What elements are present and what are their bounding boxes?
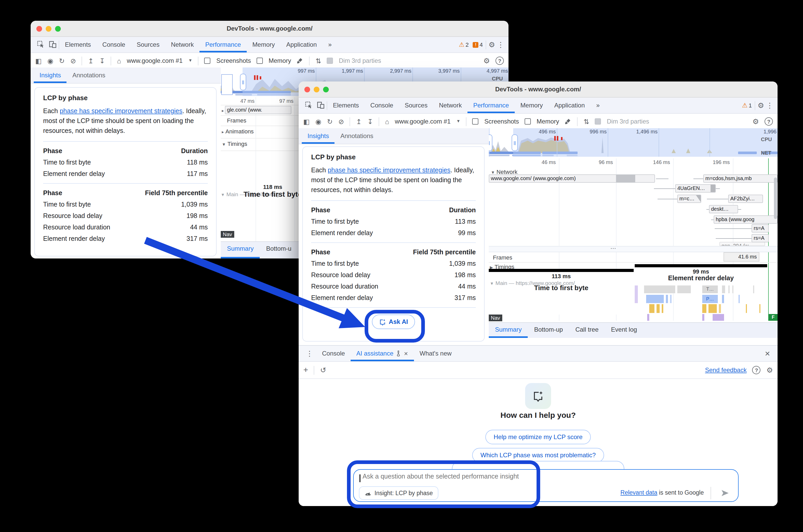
tab-memory[interactable]: Memory xyxy=(515,98,549,113)
download-profile-icon[interactable]: ↧ xyxy=(367,118,373,125)
network-request[interactable]: gle.com/ (www. xyxy=(225,106,291,114)
send-feedback-link[interactable]: Send feedback xyxy=(705,366,747,374)
network-request[interactable]: gen_204 (w xyxy=(719,242,765,246)
network-request[interactable]: 4UaGrEN… xyxy=(675,184,716,193)
memory-checkbox[interactable] xyxy=(257,58,263,64)
clear-icon[interactable]: ⊘ xyxy=(339,118,344,125)
settings-gear-icon[interactable]: ⚙ xyxy=(758,102,764,109)
home-icon[interactable]: ⌂ xyxy=(117,57,121,64)
tab-application[interactable]: Application xyxy=(280,37,322,52)
home-icon[interactable]: ⌂ xyxy=(385,118,389,125)
lcp-by-phase-card[interactable]: LCP by phase Each phase has specific imp… xyxy=(34,87,217,256)
window-titlebar[interactable]: DevTools - www.google.com/ xyxy=(31,21,509,37)
network-request[interactable]: m=c… xyxy=(677,195,701,203)
track-expander-row[interactable]: ⋯ xyxy=(489,246,778,252)
inspect-icon[interactable] xyxy=(305,101,313,110)
record-icon[interactable]: ◉ xyxy=(315,118,322,125)
tab-network[interactable]: Network xyxy=(433,98,468,113)
tab-elements[interactable]: Elements xyxy=(327,98,365,113)
dim-3rd-parties-checkbox[interactable] xyxy=(595,118,601,125)
network-request[interactable]: AF2bZyi… xyxy=(728,195,763,203)
reload-record-icon[interactable]: ↻ xyxy=(59,57,65,64)
suggestion-chip[interactable]: Help me optimize my LCP score xyxy=(486,430,591,444)
screenshots-checkbox[interactable] xyxy=(472,118,479,125)
tab-sources[interactable]: Sources xyxy=(399,98,433,113)
tab-elements[interactable]: Elements xyxy=(59,37,97,52)
settings-gear-icon[interactable]: ⚙ xyxy=(483,57,490,64)
settings-gear-icon[interactable]: ⚙ xyxy=(489,41,495,48)
tab-summary[interactable]: Summary xyxy=(221,242,260,259)
close-window-icon[interactable] xyxy=(36,26,42,32)
close-window-icon[interactable] xyxy=(304,87,310,92)
flamechart-settings-icon[interactable]: ⇅ xyxy=(584,118,589,125)
maximize-window-icon[interactable] xyxy=(55,26,61,32)
tab-bottom-up[interactable]: Bottom-u xyxy=(260,242,298,259)
tab-whats-new[interactable]: What's new xyxy=(414,346,457,361)
new-chat-icon[interactable]: + xyxy=(303,366,308,374)
close-drawer-icon[interactable]: ✕ xyxy=(765,350,770,357)
improvement-strategies-link[interactable]: phase has specific improvement strategie… xyxy=(328,167,450,174)
track-timings[interactable]: ▼Timings xyxy=(222,141,247,147)
tab-event-log[interactable]: Event log xyxy=(605,323,643,338)
reload-record-icon[interactable]: ↻ xyxy=(327,118,333,125)
chevron-down-icon[interactable]: ▼ xyxy=(188,59,193,63)
flame-chart[interactable]: T… P… xyxy=(635,285,767,321)
send-icon[interactable] xyxy=(720,489,730,500)
network-request[interactable]: www.google.com/ (www.google.com) xyxy=(489,174,655,183)
more-tabs-icon[interactable]: » xyxy=(590,98,605,113)
network-request[interactable]: rs=A xyxy=(752,234,769,242)
tab-insights[interactable]: Insights xyxy=(34,68,67,83)
improvement-strategies-link[interactable]: phase has specific improvement strategie… xyxy=(60,108,182,115)
network-request[interactable]: deskt… xyxy=(709,205,738,213)
tab-call-tree[interactable]: Call tree xyxy=(569,323,605,338)
chevron-down-icon[interactable]: ▼ xyxy=(456,119,460,124)
issues-icon[interactable]: ! xyxy=(473,42,479,48)
tab-application[interactable]: Application xyxy=(548,98,590,113)
download-profile-icon[interactable]: ↧ xyxy=(99,57,105,64)
upload-profile-icon[interactable]: ↥ xyxy=(356,118,362,125)
gc-brush-icon[interactable] xyxy=(297,57,304,64)
kebab-menu-icon[interactable]: ⋮ xyxy=(306,350,313,357)
track-network[interactable]: ▼Network xyxy=(491,169,517,175)
tab-performance[interactable]: Performance xyxy=(199,37,247,52)
tab-console[interactable]: Console xyxy=(97,37,131,52)
record-icon[interactable]: ◉ xyxy=(48,57,54,64)
minimap-left-handle[interactable]: | xyxy=(489,134,492,151)
device-toolbar-icon[interactable] xyxy=(317,101,325,110)
device-toolbar-icon[interactable] xyxy=(49,40,57,49)
track-frames[interactable]: Frames xyxy=(227,117,247,124)
kebab-menu-icon[interactable]: ⋮ xyxy=(766,102,773,109)
memory-checkbox[interactable] xyxy=(525,118,531,125)
warning-icon[interactable]: ⚠ xyxy=(459,41,464,48)
network-request[interactable]: hpba (www.goog xyxy=(714,215,778,224)
minimize-window-icon[interactable] xyxy=(46,26,51,32)
track-animations[interactable]: ▸Animations xyxy=(222,128,254,134)
tab-sources[interactable]: Sources xyxy=(131,37,165,52)
traffic-lights[interactable] xyxy=(36,26,61,32)
clear-icon[interactable]: ⊘ xyxy=(70,57,76,64)
flamechart-settings-icon[interactable]: ⇅ xyxy=(315,57,321,64)
toggle-sidebar-icon[interactable]: ◧ xyxy=(35,57,42,64)
toggle-sidebar-icon[interactable]: ◧ xyxy=(303,118,310,125)
ai-prompt-input[interactable] xyxy=(362,472,654,481)
history-select[interactable]: www.google.com #1 xyxy=(127,57,183,64)
relevant-data-link[interactable]: Relevant data xyxy=(620,490,657,496)
maximize-window-icon[interactable] xyxy=(323,87,329,92)
traffic-lights[interactable] xyxy=(304,87,329,92)
tab-bottom-up[interactable]: Bottom-up xyxy=(528,323,569,338)
history-icon[interactable]: ↺ xyxy=(320,366,326,374)
screenshots-checkbox[interactable] xyxy=(204,58,211,64)
ask-ai-button[interactable]: Ask AI xyxy=(372,315,415,329)
history-select[interactable]: www.google.com #1 xyxy=(395,118,451,125)
help-icon[interactable]: ? xyxy=(765,117,773,126)
warning-icon[interactable]: ⚠ xyxy=(742,102,748,109)
scrollbar-thumb[interactable] xyxy=(774,177,777,219)
tab-annotations[interactable]: Annotations xyxy=(67,68,111,83)
help-icon[interactable]: ? xyxy=(752,366,761,374)
tab-summary[interactable]: Summary xyxy=(489,323,528,338)
flame-task-label[interactable]: T… xyxy=(702,285,718,293)
tab-drawer-console[interactable]: Console xyxy=(316,346,351,361)
tab-performance[interactable]: Performance xyxy=(468,98,514,113)
minimap-right-handle[interactable]: || xyxy=(240,74,246,90)
dim-3rd-parties-checkbox[interactable] xyxy=(327,58,333,64)
